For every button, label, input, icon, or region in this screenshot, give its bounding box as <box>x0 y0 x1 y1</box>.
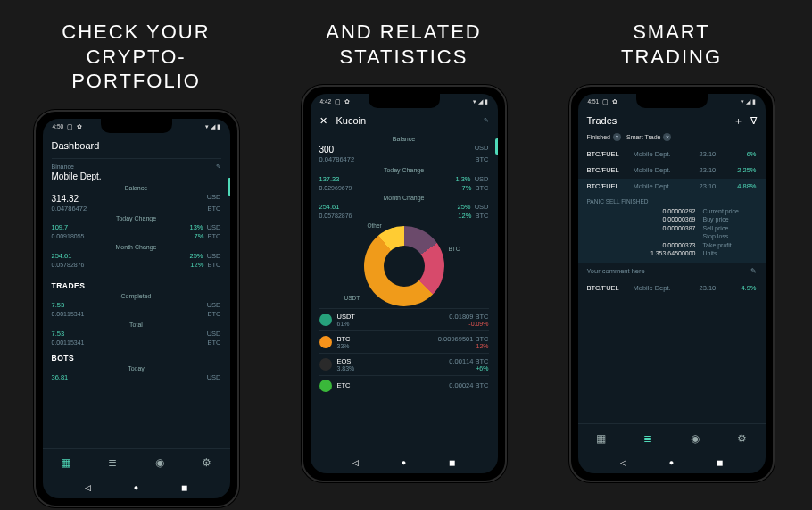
caption-1: CHECK YOUR CRYPTO-PORTFOLIO <box>27 20 245 94</box>
month-usd: 254.61 <box>52 252 72 261</box>
usd-label: USD <box>207 193 221 205</box>
edit-icon[interactable]: ✎ <box>216 163 221 171</box>
stats-content[interactable]: Balance 300USD 0.04786472BTC Today Chang… <box>311 133 498 452</box>
trade-details: PANIC SELL FINISHED 0.00000292Current pr… <box>578 195 766 263</box>
chip-smart-trade[interactable]: Smart Trade× <box>626 133 672 141</box>
nav-dashboard-icon[interactable]: ▦ <box>595 432 608 445</box>
detail-label: Sell price <box>703 224 757 232</box>
title-bar: ✕ Kucoin ✎ <box>311 108 498 133</box>
phone-frame-3: 4:51 ▢ ✿ ▾◢▮ Trades ＋ ∇ Finished× Smart … <box>569 85 775 482</box>
filter-icon[interactable]: ∇ <box>750 115 757 127</box>
trade-date: 23.10 <box>700 166 726 174</box>
phone-frame-1: 4:50 ▢ ✿ ▾◢▮ Dashboard Binance ✎ Mobile … <box>34 110 239 507</box>
coin-row[interactable]: EOS3.83% 0.00114 BTC+6% <box>319 353 489 375</box>
caption-3-line2: TRADING <box>621 45 722 70</box>
month-btc: 0.05782876 <box>52 261 85 270</box>
coin-symbol: EOS <box>337 357 450 365</box>
edit-icon[interactable]: ✎ <box>484 117 489 124</box>
notch <box>636 94 708 108</box>
chip-close-icon[interactable]: × <box>663 133 671 141</box>
home-icon[interactable]: ● <box>134 483 138 492</box>
add-icon[interactable]: ＋ <box>733 114 743 128</box>
chip-finished-label: Finished <box>587 134 610 140</box>
coin-icon <box>319 358 332 371</box>
trade-row[interactable]: BTC/FUEL Mobile Dept. 23.10 4.88% <box>578 179 766 195</box>
wifi-icon: ▾ <box>205 123 209 130</box>
battery-icon: ▮ <box>217 123 220 130</box>
trade-date: 23.10 <box>700 150 726 158</box>
panic-status: PANIC SELL FINISHED <box>587 198 757 205</box>
nav-settings-icon[interactable]: ⚙ <box>200 456 212 469</box>
today-change-header: Today Change <box>52 215 221 222</box>
recents-icon[interactable]: ◼ <box>717 458 723 467</box>
completed-usd: 7.53 <box>52 301 65 310</box>
recents-icon[interactable]: ◼ <box>181 483 187 492</box>
trade-row[interactable]: BTC/FUEL Mobile Dept. 23.10 4.9% <box>587 280 757 297</box>
today-usd: 109.7 <box>52 223 69 232</box>
detail-label: Current price <box>703 207 757 215</box>
bottom-nav: ▦ ≣ ◉ ⚙ <box>43 448 230 477</box>
cast-icon: ▢ <box>602 98 609 105</box>
coin-icon <box>319 314 332 326</box>
page-title: Trades <box>587 115 617 126</box>
detail-row: 0.00000369Buy price <box>587 215 757 223</box>
total-btc: 0.00115341 <box>52 339 85 347</box>
btc-lbl2: BTC <box>208 232 221 240</box>
month-change-header: Month Change <box>319 195 489 201</box>
nav-list-icon[interactable]: ≣ <box>106 456 119 469</box>
promo-panel-1: CHECK YOUR CRYPTO-PORTFOLIO 4:50 ▢ ✿ ▾◢▮… <box>27 0 245 510</box>
balance-header: Balance <box>52 185 221 191</box>
today-usd: 137.33 <box>319 175 340 184</box>
nav-dashboard-icon[interactable]: ▦ <box>60 456 72 469</box>
today-btc-pct: 7% <box>194 232 203 240</box>
account-card[interactable]: Binance ✎ Mobile Dept. Balance 314.32USD… <box>52 158 221 275</box>
trade-row[interactable]: BTC/FUEL Mobile Dept. 23.10 2.25% <box>587 163 757 179</box>
home-icon[interactable]: ● <box>402 458 406 467</box>
recents-icon[interactable]: ◼ <box>449 458 455 467</box>
coin-icon <box>319 336 332 348</box>
coin-value: 0.00114 BTC <box>449 357 488 365</box>
chip-finished[interactable]: Finished× <box>587 133 621 141</box>
coin-row[interactable]: BTC33% 0.00969501 BTC-12% <box>319 330 489 353</box>
btc-lbl: BTC <box>476 155 489 164</box>
balance-header: Balance <box>319 136 489 142</box>
nav-bot-icon[interactable]: ◉ <box>689 432 701 445</box>
nav-settings-icon[interactable]: ⚙ <box>735 432 748 445</box>
chip-close-icon[interactable]: × <box>613 133 621 141</box>
usd-lbl6: USD <box>207 373 221 382</box>
back-icon[interactable]: ◁ <box>85 483 91 492</box>
usd-lbl: USD <box>475 144 489 155</box>
coin-value: 0.00024 BTC <box>449 381 488 389</box>
detail-value <box>634 232 696 240</box>
comment-placeholder: Your comment here <box>587 267 645 275</box>
dashboard-content[interactable]: Binance ✎ Mobile Dept. Balance 314.32USD… <box>43 158 230 448</box>
wifi-icon: ▾ <box>741 98 744 105</box>
edit-icon[interactable]: ✎ <box>750 267 757 275</box>
bottom-nav: ▦ ≣ ◉ ⚙ <box>578 423 766 452</box>
comment-row[interactable]: Your comment here ✎ <box>587 263 757 280</box>
trade-row[interactable]: BTC/FUEL Mobile Dept. 23.10 6% <box>587 146 757 163</box>
nav-list-icon[interactable]: ≣ <box>642 432 654 445</box>
trades-content[interactable]: Finished× Smart Trade× BTC/FUEL Mobile D… <box>578 133 766 423</box>
nav-bot-icon[interactable]: ◉ <box>153 456 166 469</box>
trades-section-title: TRADES <box>52 281 221 290</box>
trade-pair: BTC/FUEL <box>587 150 634 158</box>
btc-lbl4: BTC <box>208 310 221 319</box>
coin-row[interactable]: USDT61% 0.01809 BTC-0.09% <box>319 308 489 330</box>
coin-change: +6% <box>449 365 488 372</box>
trade-date: 23.10 <box>700 182 726 190</box>
signal-icon: ◢ <box>211 123 215 130</box>
android-nav: ◁ ● ◼ <box>578 452 766 473</box>
close-icon[interactable]: ✕ <box>319 115 327 127</box>
trade-pct: 6% <box>726 150 757 158</box>
balance-btc: 0.04786472 <box>52 205 87 213</box>
back-icon[interactable]: ◁ <box>352 458 359 467</box>
back-icon[interactable]: ◁ <box>620 458 626 467</box>
month-change-header: Month Change <box>52 244 221 250</box>
coin-row[interactable]: ETC 0.00024 BTC <box>319 375 489 396</box>
today-usd-pct: 1.3% <box>455 175 470 183</box>
trade-pct: 4.9% <box>726 284 757 292</box>
status-time: 4:51 <box>588 98 600 105</box>
home-icon[interactable]: ● <box>669 458 674 467</box>
page-title: Dashboard <box>52 140 100 151</box>
